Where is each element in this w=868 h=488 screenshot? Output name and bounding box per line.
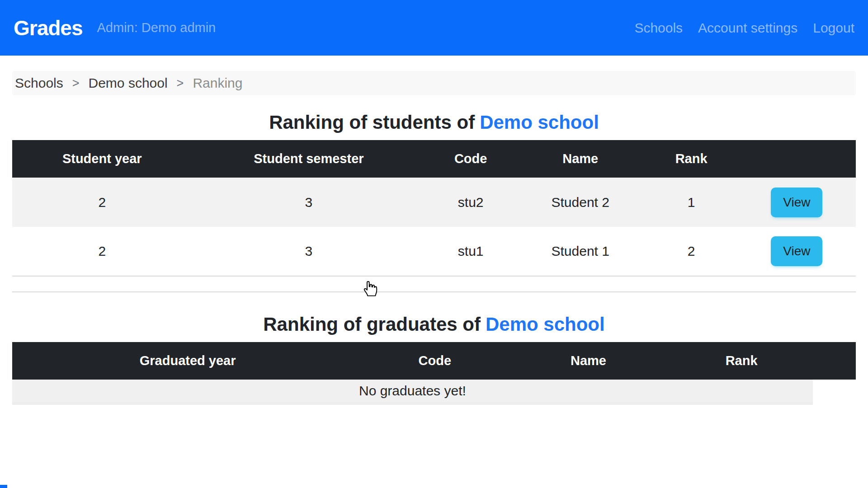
corner-accent-bar xyxy=(0,485,7,488)
students-ranking-title: Ranking of students ofDemo school xyxy=(0,112,868,133)
graduates-title-school-link[interactable]: Demo school xyxy=(486,314,605,335)
column-header-actions xyxy=(813,342,856,380)
column-header-actions xyxy=(738,140,856,178)
graduates-table-header-row: Graduated year Code Name Rank xyxy=(12,342,856,380)
column-header-name: Name xyxy=(506,342,670,380)
view-button[interactable]: View xyxy=(771,236,822,266)
breadcrumb-separator-icon: > xyxy=(72,76,80,90)
column-header-rank: Rank xyxy=(670,342,812,380)
brand-logo[interactable]: Grades xyxy=(14,16,83,40)
cell-student-semester: 3 xyxy=(192,178,425,227)
graduates-title-text: Ranking of graduates of xyxy=(263,314,481,335)
cell-rank: 1 xyxy=(645,178,737,227)
column-header-student-semester: Student semester xyxy=(192,140,425,178)
navbar-links: Schools Account settings Logout xyxy=(634,20,854,36)
cell-actions: View xyxy=(738,178,856,227)
students-ranking-table: Student year Student semester Code Name … xyxy=(12,140,856,292)
breadcrumb-item-demo-school[interactable]: Demo school xyxy=(89,75,168,91)
column-header-code: Code xyxy=(363,342,506,380)
nav-link-schools[interactable]: Schools xyxy=(634,20,683,36)
cell-name: Student 1 xyxy=(516,227,645,276)
empty-state-spacer xyxy=(813,380,856,404)
cell-code: stu2 xyxy=(425,178,516,227)
view-button[interactable]: View xyxy=(771,188,822,217)
cell-rank: 2 xyxy=(645,227,737,276)
breadcrumb-item-schools[interactable]: Schools xyxy=(15,75,63,91)
nav-link-logout[interactable]: Logout xyxy=(813,20,854,36)
column-header-code: Code xyxy=(425,140,516,178)
breadcrumb: Schools > Demo school > Ranking xyxy=(12,71,856,95)
empty-state-row: No graduates yet! xyxy=(12,380,856,404)
cell-actions: View xyxy=(738,227,856,276)
cell-student-year: 2 xyxy=(12,178,192,227)
empty-spacer-cell xyxy=(12,276,856,292)
column-header-name: Name xyxy=(516,140,645,178)
cell-code: stu1 xyxy=(425,227,516,276)
students-title-school-link[interactable]: Demo school xyxy=(480,112,599,133)
students-table-header-row: Student year Student semester Code Name … xyxy=(12,140,856,178)
breadcrumb-item-ranking: Ranking xyxy=(193,75,242,91)
breadcrumb-separator-icon: > xyxy=(177,76,184,90)
admin-user-label: Admin: Demo admin xyxy=(97,20,216,35)
table-row: 2 3 stu1 Student 1 2 View xyxy=(12,227,856,276)
cell-student-year: 2 xyxy=(12,227,192,276)
cell-name: Student 2 xyxy=(516,178,645,227)
students-title-text: Ranking of students of xyxy=(269,112,475,133)
cell-student-semester: 3 xyxy=(192,227,425,276)
nav-link-account-settings[interactable]: Account settings xyxy=(698,20,797,36)
column-header-rank: Rank xyxy=(645,140,737,178)
top-navbar: Grades Admin: Demo admin Schools Account… xyxy=(0,0,868,56)
empty-spacer-row xyxy=(12,276,856,292)
table-row: 2 3 stu2 Student 2 1 View xyxy=(12,178,856,227)
graduates-ranking-table: Graduated year Code Name Rank No graduat… xyxy=(12,342,856,405)
column-header-graduated-year: Graduated year xyxy=(12,342,363,380)
graduates-ranking-title: Ranking of graduates ofDemo school xyxy=(0,314,868,335)
empty-state-message: No graduates yet! xyxy=(12,380,813,404)
column-header-student-year: Student year xyxy=(12,140,192,178)
